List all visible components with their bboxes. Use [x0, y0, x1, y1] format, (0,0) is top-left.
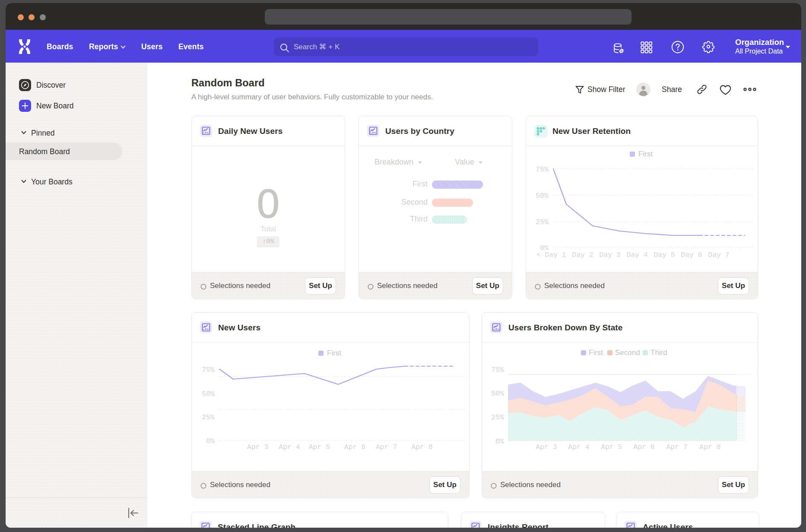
- svg-text:75%: 75%: [202, 366, 215, 374]
- svg-text:Day 4: Day 4: [626, 251, 648, 259]
- svg-text:Day 1: Day 1: [545, 251, 566, 259]
- svg-text:Third: Third: [651, 348, 667, 357]
- svg-text:75%: 75%: [536, 165, 549, 174]
- svg-text:Apr 8: Apr 8: [699, 443, 721, 451]
- svg-text:Apr 5: Apr 5: [601, 443, 622, 451]
- svg-text:Day 3: Day 3: [599, 251, 621, 259]
- svg-text:Day 2: Day 2: [572, 251, 593, 259]
- svg-text:Day 5: Day 5: [654, 251, 675, 259]
- svg-text:Apr 3: Apr 3: [536, 443, 557, 451]
- svg-text:Day 6: Day 6: [681, 251, 702, 259]
- svg-text:Apr 3: Apr 3: [247, 443, 269, 451]
- svg-text:Second: Second: [615, 348, 640, 357]
- svg-text:0%: 0%: [206, 437, 215, 445]
- svg-text:Apr 7: Apr 7: [376, 443, 397, 451]
- svg-text:First: First: [589, 348, 603, 357]
- svg-text:Apr 8: Apr 8: [411, 443, 433, 451]
- svg-text:Apr 6: Apr 6: [633, 443, 655, 451]
- svg-text:0%: 0%: [495, 437, 504, 446]
- svg-text:25%: 25%: [202, 413, 215, 421]
- svg-text:First: First: [638, 150, 653, 158]
- svg-text:Day 7: Day 7: [708, 251, 730, 259]
- svg-text:Apr 6: Apr 6: [344, 443, 366, 451]
- svg-text:50%: 50%: [491, 390, 504, 398]
- svg-text:50%: 50%: [536, 192, 549, 200]
- svg-text:Apr 4: Apr 4: [568, 443, 590, 451]
- svg-text:25%: 25%: [491, 413, 504, 421]
- svg-text:First: First: [327, 349, 341, 357]
- svg-text:Apr 4: Apr 4: [279, 443, 300, 451]
- svg-text:25%: 25%: [536, 218, 549, 226]
- svg-text:Apr 5: Apr 5: [309, 443, 330, 451]
- svg-text:75%: 75%: [491, 366, 504, 374]
- svg-text:<: <: [536, 251, 541, 259]
- svg-text:Apr 7: Apr 7: [666, 443, 688, 451]
- svg-text:50%: 50%: [202, 390, 215, 398]
